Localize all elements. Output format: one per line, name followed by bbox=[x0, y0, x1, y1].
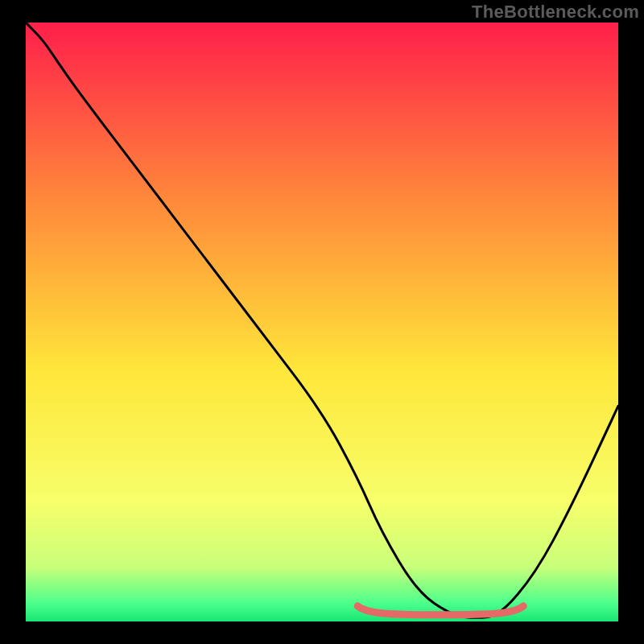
gradient-background bbox=[26, 23, 618, 621]
watermark-text: TheBottleneck.com bbox=[472, 2, 639, 23]
chart-svg bbox=[26, 23, 618, 621]
plot-area bbox=[26, 23, 618, 621]
chart-frame: TheBottleneck.com bbox=[0, 0, 644, 644]
